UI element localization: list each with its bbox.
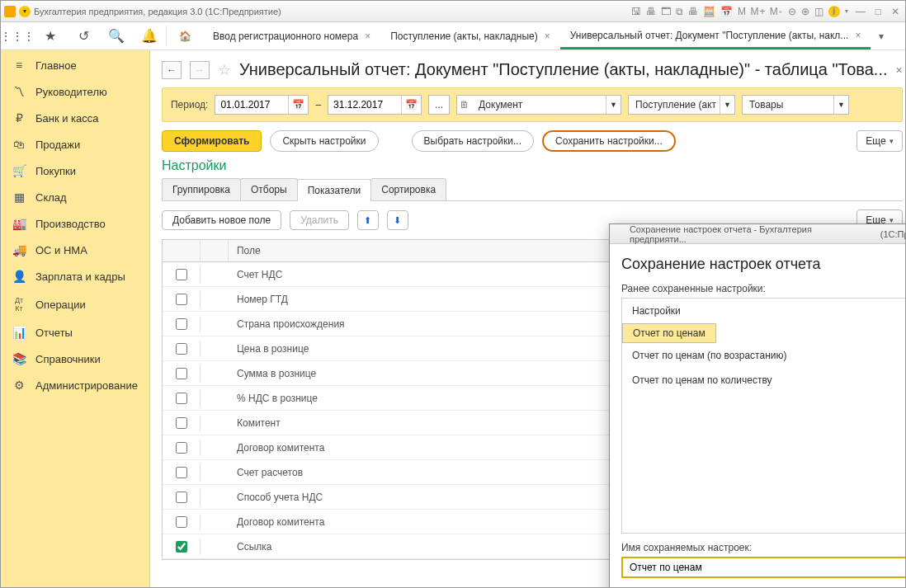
info-icon[interactable]: i — [828, 6, 840, 17]
calendar-icon[interactable]: 📅 — [401, 96, 421, 114]
list-item[interactable]: Настройки — [622, 299, 906, 323]
settings-name-input[interactable] — [621, 557, 906, 578]
save-settings-button[interactable]: Сохранить настройки... — [542, 130, 676, 152]
apps-icon[interactable]: ⋮⋮⋮ — [1, 22, 34, 49]
calendar-icon[interactable]: 📅 — [720, 6, 733, 17]
sidebar-item-directories[interactable]: 📚Справочники — [1, 346, 149, 372]
sidebar-item-manager[interactable]: 〽Руководителю — [1, 78, 149, 105]
close-icon[interactable]: × — [365, 31, 370, 42]
minimize-button[interactable]: — — [853, 6, 868, 17]
dialog-titlebar[interactable]: Сохранение настроек отчета - Бухгалтерия… — [610, 224, 906, 244]
tab-universal-report[interactable]: Универсальный отчет: Документ "Поступлен… — [560, 23, 871, 49]
sidebar-item-label: Руководителю — [35, 86, 107, 98]
sidebar-item-sales[interactable]: 🛍Продажи — [1, 131, 149, 158]
maximize-button[interactable]: □ — [873, 6, 884, 17]
tab-label: Универсальный отчет: Документ "Поступлен… — [570, 30, 849, 41]
date-from-field[interactable]: 📅 — [215, 95, 309, 115]
panel-icon[interactable]: ◫ — [814, 6, 823, 17]
tab-filters[interactable]: Отборы — [240, 178, 298, 200]
memory-indicator: M M+ M- — [738, 6, 783, 17]
row-checkbox[interactable] — [176, 467, 187, 478]
preview-icon[interactable]: 🗔 — [661, 6, 671, 17]
row-checkbox[interactable] — [176, 368, 187, 379]
info-dropdown-icon[interactable]: ▾ — [845, 7, 848, 15]
row-checkbox[interactable] — [176, 492, 187, 503]
select-object-type[interactable]: 🗎 Документ ▼ — [456, 95, 621, 115]
list-item[interactable]: Отчет по ценам по количеству — [622, 368, 906, 393]
sidebar-item-warehouse[interactable]: ▦Склад — [1, 184, 149, 210]
select-table[interactable]: Товары ▼ — [742, 95, 849, 115]
row-checkbox[interactable] — [176, 294, 187, 305]
date-to-field[interactable]: 📅 — [328, 95, 422, 115]
favorite-toggle-icon[interactable]: ☆ — [218, 61, 231, 79]
home-icon[interactable]: 🏠 — [167, 22, 203, 49]
nav-back-button[interactable]: ← — [162, 61, 182, 79]
sidebar-item-assets[interactable]: 🚚ОС и НМА — [1, 237, 149, 263]
date-from-input[interactable] — [215, 96, 288, 114]
factory-icon: 🏭 — [12, 217, 26, 230]
chevron-down-icon[interactable]: ▼ — [833, 96, 848, 114]
select-value: Поступление (акт — [629, 99, 720, 111]
date-to-input[interactable] — [328, 96, 401, 114]
row-checkbox[interactable] — [176, 442, 187, 454]
select-document[interactable]: Поступление (акт ▼ — [628, 95, 735, 115]
move-up-button[interactable]: ⬆ — [357, 210, 379, 230]
row-checkbox[interactable] — [176, 516, 187, 528]
favorite-icon[interactable]: ★ — [34, 22, 67, 49]
history-icon[interactable]: ↺ — [67, 22, 100, 49]
list-item[interactable]: Отчет по ценам (по возрастанию) — [622, 343, 906, 368]
sidebar-item-main[interactable]: ≡Главное — [1, 52, 149, 78]
sidebar-item-operations[interactable]: ДтКтОперации — [1, 289, 149, 319]
saved-settings-list[interactable]: Настройки Отчет по ценам Отчет по ценам … — [621, 298, 906, 534]
tab-indicators[interactable]: Показатели — [297, 179, 372, 201]
row-checkbox[interactable] — [176, 393, 187, 404]
tab-registration[interactable]: Ввод регистрационного номера × — [203, 24, 380, 49]
close-icon[interactable]: × — [855, 30, 861, 41]
more-button[interactable]: Еще — [856, 130, 902, 152]
move-down-button[interactable]: ⬇ — [387, 210, 408, 230]
close-window-button[interactable]: ✕ — [889, 6, 902, 17]
save-icon[interactable]: 🖫 — [631, 6, 641, 17]
printer2-icon[interactable]: 🖶 — [688, 6, 698, 17]
col-blank-head — [201, 240, 229, 261]
zoom-out-icon[interactable]: ⊖ — [788, 6, 796, 17]
chevron-down-icon[interactable]: ▼ — [606, 96, 621, 114]
row-checkbox[interactable] — [176, 417, 187, 429]
sidebar-item-bank[interactable]: ₽Банк и касса — [1, 105, 149, 131]
sidebar-item-label: Администрирование — [35, 379, 138, 392]
document-tabs: Ввод регистрационного номера × Поступлен… — [203, 22, 871, 49]
print-icon[interactable]: 🖶 — [646, 6, 656, 17]
tab-incoming[interactable]: Поступление (акты, накладные) × — [380, 24, 560, 49]
add-field-button[interactable]: Добавить новое поле — [162, 210, 281, 230]
zoom-in-icon[interactable]: ⊕ — [801, 6, 809, 17]
hide-settings-button[interactable]: Скрыть настройки — [270, 130, 378, 152]
app-menu-dropdown[interactable]: ▾ — [19, 6, 31, 17]
row-checkbox[interactable] — [176, 269, 187, 280]
tab-sorting[interactable]: Сортировка — [370, 178, 446, 200]
sidebar-item-admin[interactable]: ⚙Администрирование — [1, 372, 149, 398]
compare-icon[interactable]: ⧉ — [676, 6, 683, 17]
doc-icon: 🗎 — [457, 99, 472, 111]
generate-button[interactable]: Сформировать — [162, 130, 262, 152]
calendar-icon[interactable]: 📅 — [288, 96, 308, 114]
choose-settings-button[interactable]: Выбрать настройки... — [412, 130, 534, 152]
sidebar-item-production[interactable]: 🏭Производство — [1, 210, 149, 237]
delete-field-button[interactable]: Удалить — [290, 210, 349, 230]
nav-forward-button[interactable]: → — [190, 61, 210, 79]
period-picker-button[interactable]: ... — [428, 95, 450, 115]
search-icon[interactable]: 🔍 — [100, 22, 133, 49]
sidebar-item-hr[interactable]: 👤Зарплата и кадры — [1, 263, 149, 289]
list-item[interactable]: Отчет по ценам — [622, 323, 716, 343]
chevron-down-icon[interactable]: ▼ — [720, 96, 734, 114]
sidebar-item-reports[interactable]: 📊Отчеты — [1, 319, 149, 346]
calc-icon[interactable]: 🧮 — [703, 6, 715, 17]
close-icon[interactable]: × — [545, 31, 550, 42]
tab-grouping[interactable]: Группировка — [162, 178, 241, 200]
tabs-overflow[interactable]: ▾ — [871, 22, 892, 49]
row-checkbox[interactable] — [176, 318, 187, 330]
close-page-button[interactable]: × — [896, 64, 903, 77]
notifications-icon[interactable]: 🔔 — [133, 22, 166, 49]
row-checkbox[interactable] — [176, 541, 187, 553]
row-checkbox[interactable] — [176, 343, 187, 355]
sidebar-item-purchases[interactable]: 🛒Покупки — [1, 158, 149, 184]
